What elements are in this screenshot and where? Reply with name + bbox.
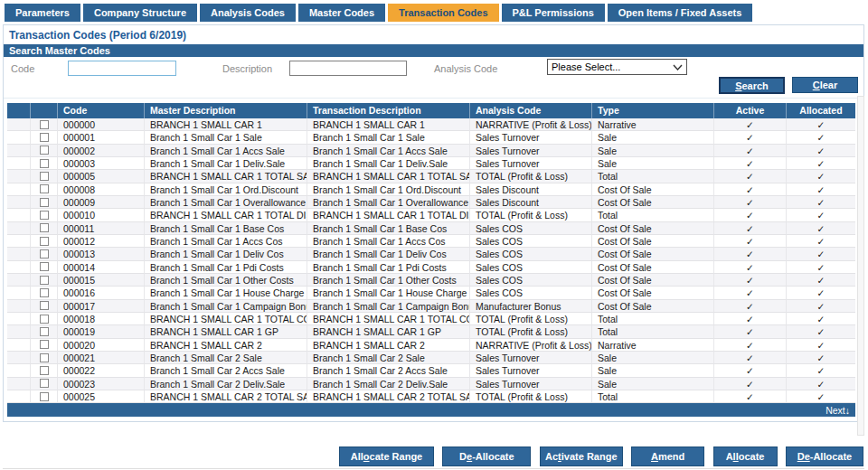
table-row[interactable]: 000013 Branch 1 Small Car 1 Deliv Cos Br… (7, 248, 855, 260)
row-checkbox[interactable] (40, 301, 49, 310)
tab-master-codes[interactable]: Master Codes (298, 4, 385, 22)
column-header-transaction-description: Transaction Description (307, 103, 470, 118)
cell-master-description: Branch 1 Small Car 1 Base Cos (145, 222, 307, 235)
row-selector-cell (7, 118, 31, 131)
row-checkbox[interactable] (40, 211, 49, 220)
table-row[interactable]: 000023 Branch 1 Small Car 2 Deliv.Sale B… (7, 378, 855, 390)
row-checkbox[interactable] (40, 120, 49, 129)
search-button[interactable]: Search (719, 77, 785, 94)
cell-master-description: BRANCH 1 SMALL CAR 1 (145, 118, 307, 131)
row-checkbox[interactable] (40, 379, 49, 388)
down-arrow-icon: ↓ (845, 405, 850, 416)
bottom-divider (3, 468, 864, 469)
allocated-check-icon: ✓ (787, 248, 855, 260)
row-checkbox[interactable] (40, 353, 49, 362)
cell-type: Total (592, 390, 714, 403)
row-checkbox[interactable] (40, 184, 49, 193)
tab-company-structure[interactable]: Company Structure (83, 4, 197, 22)
table-row[interactable]: 000017 Branch 1 Small Car 1 Campaign Bon… (7, 300, 855, 313)
amend-button[interactable]: Amend (631, 446, 704, 466)
active-check-icon: ✓ (714, 235, 787, 248)
cell-type: Sale (592, 364, 714, 377)
table-row[interactable]: 000016 Branch 1 Small Car 1 House Charge… (7, 287, 855, 299)
table-row[interactable]: 000020 BRANCH 1 SMALL CAR 2 BRANCH 1 SMA… (7, 339, 855, 352)
chevron-down-icon (673, 64, 683, 70)
table-row[interactable]: 000009 Branch 1 Small Car 1 Overallowanc… (7, 196, 855, 209)
de-allocate-range-button[interactable]: De-Allocate Range (442, 446, 531, 466)
clear-button[interactable]: Clear (792, 77, 858, 93)
tab-transaction-codes[interactable]: Transaction Codes (388, 4, 498, 22)
cell-type: Total (592, 313, 714, 325)
tab-parameters[interactable]: Parameters (5, 4, 80, 22)
vertical-scrollbar[interactable] (857, 96, 864, 436)
de-allocate-button[interactable]: De-Allocate (786, 446, 863, 466)
table-row[interactable]: 000005 BRANCH 1 SMALL CAR 1 TOTAL SALES … (7, 170, 855, 183)
cell-type: Cost Of Sale (592, 183, 714, 196)
table-row[interactable]: 000008 Branch 1 Small Car 1 Ord.Discount… (7, 183, 855, 196)
table-row[interactable]: 000001 Branch 1 Small Car 1 Sale Branch … (7, 131, 855, 144)
row-checkbox[interactable] (40, 237, 49, 246)
active-check-icon: ✓ (714, 209, 787, 221)
allocate-range-button[interactable]: Allocate Range (339, 446, 434, 466)
cell-master-description: BRANCH 1 SMALL CAR 2 (145, 339, 307, 352)
row-checkbox[interactable] (40, 315, 49, 324)
cell-transaction-description: BRANCH 1 SMALL CAR 1 TOTAL COS (307, 313, 470, 325)
tab-pl-permissions[interactable]: P&L Permissions (502, 4, 605, 22)
table-row[interactable]: 000010 BRANCH 1 SMALL CAR 1 TOTAL DISC B… (7, 209, 855, 221)
row-checkbox[interactable] (40, 366, 49, 375)
tab-open-items-fixed-assets[interactable]: Open Items / Fixed Assets (608, 4, 753, 22)
table-row[interactable]: 000022 Branch 1 Small Car 2 Accs Sale Br… (7, 364, 855, 377)
row-checkbox[interactable] (40, 133, 49, 142)
cell-master-description: Branch 1 Small Car 1 Pdi Costs (145, 261, 307, 274)
row-checkbox[interactable] (40, 159, 49, 168)
row-checkbox[interactable] (40, 262, 49, 271)
cell-code: 000015 (58, 274, 145, 287)
active-check-icon: ✓ (714, 157, 787, 170)
cell-type: Cost Of Sale (592, 287, 714, 299)
cell-analysis-code: NARRATIVE (Profit & Loss) (470, 118, 592, 131)
row-checkbox[interactable] (40, 276, 49, 285)
row-checkbox[interactable] (40, 340, 49, 349)
cell-analysis-code: Sales Discount (470, 183, 592, 196)
cell-code: 000018 (58, 313, 145, 325)
row-selector-cell (7, 183, 31, 196)
row-checkbox[interactable] (40, 327, 49, 336)
cell-transaction-description: BRANCH 1 SMALL CAR 2 (307, 339, 470, 352)
next-page-link[interactable]: Next↓ (826, 405, 855, 416)
row-selector-cell (7, 325, 31, 338)
column-header-active: Active (714, 103, 787, 118)
analysis-code-select[interactable]: Please Select... (547, 59, 687, 75)
row-checkbox[interactable] (40, 146, 49, 155)
table-row[interactable]: 000025 BRANCH 1 SMALL CAR 2 TOTAL SALES … (7, 390, 855, 403)
description-input[interactable] (289, 61, 407, 76)
table-row[interactable]: 000021 Branch 1 Small Car 2 Sale Branch … (7, 352, 855, 364)
cell-code: 000025 (58, 390, 145, 403)
table-row[interactable]: 000014 Branch 1 Small Car 1 Pdi Costs Br… (7, 261, 855, 274)
row-checkbox[interactable] (40, 223, 49, 232)
row-checkbox[interactable] (40, 172, 49, 181)
table-row[interactable]: 000018 BRANCH 1 SMALL CAR 1 TOTAL COS BR… (7, 313, 855, 325)
cell-type: Total (592, 209, 714, 221)
transaction-codes-table: Code Master Description Transaction Desc… (7, 103, 855, 417)
column-header-master-description: Master Description (145, 103, 307, 118)
row-checkbox[interactable] (40, 249, 49, 258)
code-input[interactable] (68, 61, 176, 76)
table-row[interactable]: 000003 Branch 1 Small Car 1 Deliv.Sale B… (7, 157, 855, 170)
allocated-check-icon: ✓ (787, 313, 855, 325)
tab-analysis-codes[interactable]: Analysis Codes (200, 4, 296, 22)
row-checkbox[interactable] (40, 198, 49, 207)
table-row[interactable]: 000002 Branch 1 Small Car 1 Accs Sale Br… (7, 145, 855, 157)
code-label: Code (11, 63, 34, 74)
allocate-button[interactable]: Allocate (713, 446, 778, 466)
active-check-icon: ✓ (714, 261, 787, 274)
table-row[interactable]: 000015 Branch 1 Small Car 1 Other Costs … (7, 274, 855, 287)
table-row[interactable]: 000000 BRANCH 1 SMALL CAR 1 BRANCH 1 SMA… (7, 118, 855, 131)
activate-range-button[interactable]: Activate Range (540, 446, 623, 466)
table-row[interactable]: 000011 Branch 1 Small Car 1 Base Cos Bra… (7, 222, 855, 235)
active-check-icon: ✓ (714, 145, 787, 157)
table-row[interactable]: 000019 BRANCH 1 SMALL CAR 1 GP BRANCH 1 … (7, 325, 855, 338)
row-checkbox[interactable] (40, 392, 49, 401)
table-row[interactable]: 000012 Branch 1 Small Car 1 Accs Cos Bra… (7, 235, 855, 248)
row-checkbox[interactable] (40, 288, 49, 297)
cell-analysis-code: Sales COS (470, 222, 592, 235)
